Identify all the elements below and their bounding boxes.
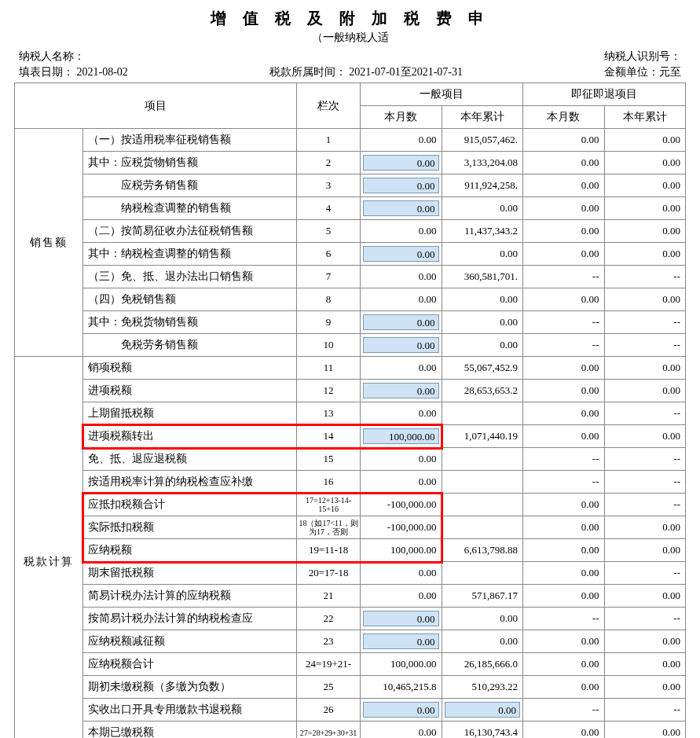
item-label: （二）按简易征收办法征税销售额 (83, 220, 297, 243)
seq-col: 10 (297, 334, 361, 357)
refund-month: 0.00 (523, 152, 604, 174)
general-month: 10,465,215.8 (361, 676, 442, 699)
group-label: 税款计算 (15, 357, 83, 739)
refund-month: 0.00 (523, 585, 604, 608)
seq-col: 11 (297, 357, 361, 380)
refund-month: 0.00 (523, 357, 604, 380)
refund-year: -- (604, 448, 685, 471)
fill-date-label: 填表日期： (19, 66, 74, 78)
table-row: 税款计算销项税额110.0055,067,452.90.000.00 (15, 357, 686, 380)
general-month[interactable]: 0.00 (361, 174, 442, 197)
general-month: 0.00 (361, 448, 442, 471)
refund-year: -- (604, 562, 685, 585)
seq-col: 19=11-18 (297, 539, 361, 562)
refund-year: 0.00 (604, 516, 685, 539)
table-row: 其中：纳税检查调整的销售额60.000.000.000.00 (15, 243, 686, 266)
general-month[interactable]: 0.00 (361, 243, 442, 266)
refund-year: -- (604, 311, 685, 334)
general-year: 571,867.17 (442, 585, 522, 608)
item-label: 按简易计税办法计算的纳税检查应 (83, 608, 297, 630)
refund-year: -- (604, 699, 685, 721)
general-month[interactable]: 0.00 (361, 152, 442, 174)
item-label: 按适用税率计算的纳税检查应补缴 (83, 471, 297, 494)
table-row: 按简易计税办法计算的纳税检查应220.000.00---- (15, 608, 686, 630)
item-label: 进项税额 (83, 380, 297, 402)
unit-label: 金额单位：元至 (604, 65, 681, 79)
general-year[interactable]: 0.00 (442, 699, 522, 721)
general-month[interactable]: 0.00 (361, 197, 442, 220)
general-year (442, 471, 522, 494)
period-value: 2021-07-01至2021-07-31 (349, 66, 463, 78)
col-general: 一般项目 (361, 83, 523, 106)
refund-month: 0.00 (523, 653, 604, 676)
refund-month: 0.00 (523, 494, 604, 516)
refund-year: 0.00 (604, 630, 685, 653)
seq-col: 12 (297, 380, 361, 402)
table-row: 纳税检查调整的销售额40.000.000.000.00 (15, 197, 686, 220)
table-row: 销售额（一）按适用税率征税销售额10.00915,057,462.0.000.0… (15, 129, 686, 152)
refund-year: 0.00 (604, 288, 685, 311)
general-month[interactable]: 100,000.00 (361, 425, 442, 448)
item-label: （一）按适用税率征税销售额 (83, 129, 297, 152)
general-year: 0.00 (442, 311, 522, 334)
table-row: 简易计税办法计算的应纳税额210.00571,867.170.000.00 (15, 585, 686, 608)
item-label: 期初未缴税额（多缴为负数） (83, 676, 297, 699)
table-row: 免、抵、退应退税额150.00---- (15, 448, 686, 471)
general-month[interactable]: 0.00 (361, 630, 442, 653)
general-year: 360,581,701. (442, 266, 522, 288)
seq-col: 13 (297, 402, 361, 425)
general-month: -100,000.00 (361, 494, 442, 516)
general-month[interactable]: 0.00 (361, 311, 442, 334)
general-year: 0.00 (442, 197, 522, 220)
table-row: 进项税额120.0028,653,653.20.000.00 (15, 380, 686, 402)
table-row: 应抵扣税额合计17=12+13-14-15+16-100,000.000.00-… (15, 494, 686, 516)
refund-month: 0.00 (523, 129, 604, 152)
general-month: 0.00 (361, 288, 442, 311)
general-year: 55,067,452.9 (442, 357, 522, 380)
general-year (442, 562, 522, 585)
general-month[interactable]: 0.00 (361, 334, 442, 357)
refund-year: 0.00 (604, 721, 685, 739)
col-item: 项目 (15, 83, 297, 129)
general-year: 6,613,798.88 (442, 539, 522, 562)
general-month[interactable]: 0.00 (361, 608, 442, 630)
refund-year: -- (604, 494, 685, 516)
general-year: 911,924,258. (442, 174, 522, 197)
general-year (442, 494, 522, 516)
seq-col: 1 (297, 129, 361, 152)
seq-col: 27=28+29+30+31 (297, 721, 361, 739)
general-year: 0.00 (442, 630, 522, 653)
general-year: 510,293.22 (442, 676, 522, 699)
item-label: （四）免税销售额 (83, 288, 297, 311)
general-year (442, 516, 522, 539)
general-month: -100,000.00 (361, 516, 442, 539)
seq-col: 15 (297, 448, 361, 471)
table-row: （三）免、抵、退办法出口销售额70.00360,581,701.---- (15, 266, 686, 288)
item-label: 销项税额 (83, 357, 297, 380)
item-label: 免、抵、退应退税额 (83, 448, 297, 471)
refund-year: 0.00 (604, 220, 685, 243)
general-month[interactable]: 0.00 (361, 380, 442, 402)
table-row: 应纳税额19=11-18100,000.006,613,798.880.000.… (15, 539, 686, 562)
table-row: 免税劳务销售额100.000.00---- (15, 334, 686, 357)
col-month-2: 本月数 (523, 106, 604, 129)
item-label: 纳税检查调整的销售额 (83, 197, 297, 220)
general-month: 0.00 (361, 721, 442, 739)
col-year-1: 本年累计 (442, 106, 522, 129)
seq-col: 20=17-18 (297, 562, 361, 585)
general-year: 0.00 (442, 334, 522, 357)
refund-month: 0.00 (523, 402, 604, 425)
seq-col: 6 (297, 243, 361, 266)
refund-month: 0.00 (523, 243, 604, 266)
refund-month: 0.00 (523, 220, 604, 243)
tax-table: 项目 栏次 一般项目 即征即退项目 本月数 本年累计 本月数 本年累计 销售额（… (14, 83, 686, 738)
table-row: 实际抵扣税额18（如17<11，则为17，否则-100,000.000.000.… (15, 516, 686, 539)
seq-col: 17=12+13-14-15+16 (297, 494, 361, 516)
general-month[interactable]: 0.00 (361, 699, 442, 721)
item-label: 期末留抵税额 (83, 562, 297, 585)
seq-col: 16 (297, 471, 361, 494)
seq-col: 5 (297, 220, 361, 243)
item-label: 应纳税额减征额 (83, 630, 297, 653)
item-label: （三）免、抵、退办法出口销售额 (83, 266, 297, 288)
refund-year: 0.00 (604, 197, 685, 220)
